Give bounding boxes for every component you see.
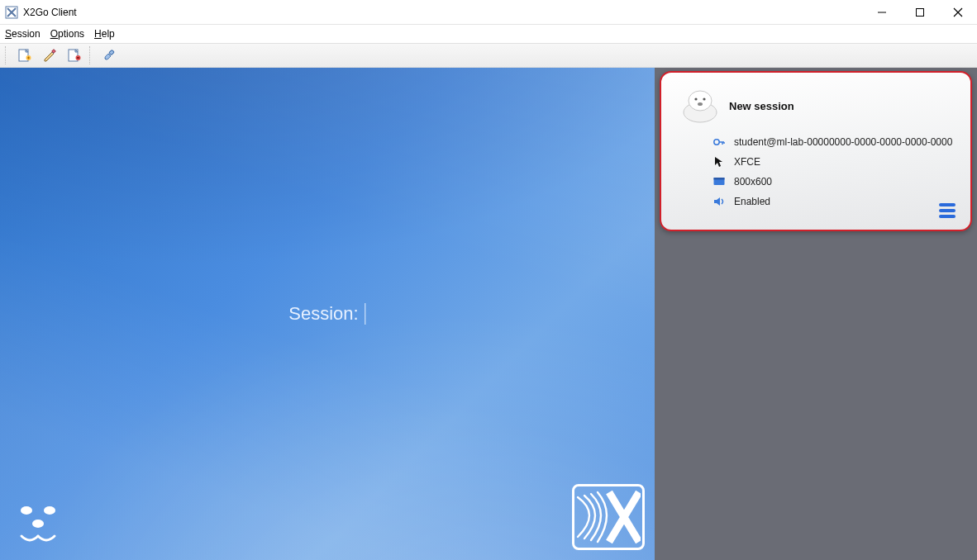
window-title: X2Go Client [23,7,77,18]
mouse-icon [712,155,726,168]
maximize-button[interactable] [901,0,939,25]
new-session-button[interactable] [15,45,35,65]
toolbar [0,43,977,68]
text-cursor [365,303,366,325]
session-resolution-row: 800x600 [712,175,952,188]
session-host-text: student@ml-lab-00000000-0000-0000-0000-0… [734,136,952,148]
delete-session-button[interactable] [64,45,84,65]
menu-help[interactable]: Help [94,28,115,40]
toolbar-grip [5,46,8,64]
svg-point-13 [689,91,712,111]
session-card-menu-button[interactable] [939,203,956,218]
svg-point-17 [714,140,719,145]
session-card[interactable]: New session student@ml-lab-00000000-0000… [660,71,972,231]
toolbar-sep [89,46,93,64]
session-desktop-text: XFCE [734,156,760,168]
session-avatar-icon [679,88,721,124]
menubar: Session Options Help [0,25,977,43]
sound-icon [712,195,726,208]
session-resolution-text: 800x600 [734,176,772,187]
session-sound-text: Enabled [734,196,770,207]
session-sound-row: Enabled [712,195,952,208]
side-pane: New session student@ml-lab-00000000-0000… [655,68,977,560]
key-icon [712,135,726,149]
close-button[interactable] [939,0,977,25]
svg-point-16 [698,102,703,106]
x2go-logo-icon [572,484,645,550]
svg-point-9 [21,506,32,515]
session-label: Session: [288,303,358,325]
app-icon [5,6,18,19]
session-pane: Session: [0,68,655,560]
svg-point-14 [694,97,697,100]
svg-rect-19 [714,178,725,180]
session-input-area[interactable]: Session: [288,303,365,325]
svg-rect-8 [109,50,114,55]
svg-rect-2 [917,8,924,16]
titlebar: X2Go Client [0,0,977,25]
minimize-button[interactable] [863,0,901,25]
session-desktop-row: XFCE [712,155,952,168]
seal-mascot-icon [12,499,69,552]
settings-button[interactable] [99,45,119,65]
main-area: Session: [0,68,977,560]
session-host-row: student@ml-lab-00000000-0000-0000-0000-0… [712,135,952,149]
svg-point-10 [44,506,55,515]
session-card-title: New session [729,100,794,112]
display-icon [712,175,726,188]
edit-session-button[interactable] [40,45,60,65]
svg-point-15 [703,97,705,100]
svg-point-11 [32,520,44,528]
menu-session[interactable]: Session [5,28,41,40]
menu-options[interactable]: Options [50,28,84,40]
